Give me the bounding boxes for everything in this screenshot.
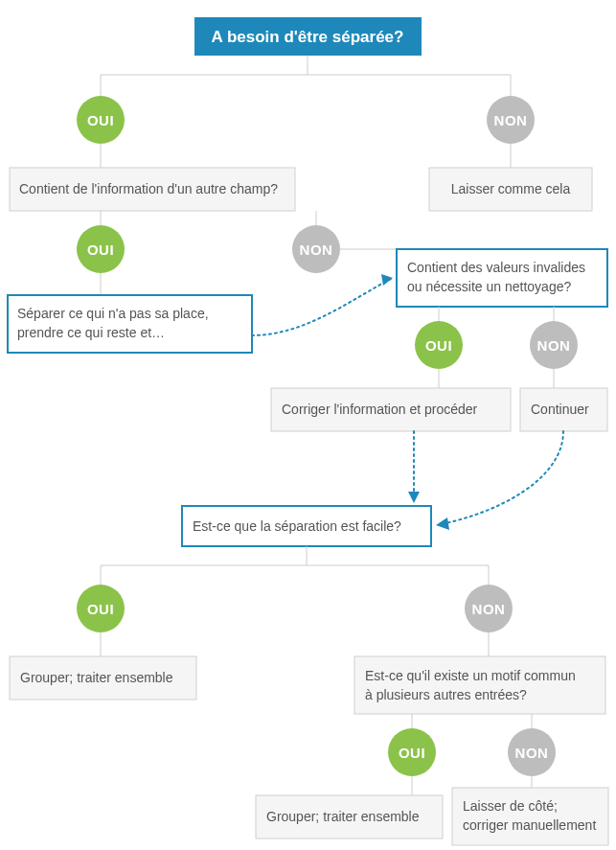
node-common-motif (354, 656, 605, 714)
dotted-connector-separate-to-invalid (252, 278, 393, 335)
decision-yes-4-label: OUI (87, 601, 114, 617)
decision-yes-1-label: OUI (87, 112, 114, 128)
node-common-motif-label-2: à plusieurs autres entrées? (365, 687, 527, 702)
node-separate (8, 295, 252, 353)
node-easy-separation-label: Est-ce que la séparation est facile? (193, 518, 401, 534)
decision-no-5-label: NON (515, 745, 549, 761)
dotted-connector-continue-to-easy (441, 431, 563, 524)
decision-yes-2-label: OUI (87, 241, 114, 258)
node-separate-label-1: Séparer ce qui n'a pas sa place, (17, 306, 209, 321)
node-common-motif-label-1: Est-ce qu'il existe un motif commun (365, 668, 576, 683)
node-set-aside-label-1: Laisser de côté; (463, 798, 558, 814)
arrowhead-icon (408, 492, 420, 503)
decision-yes-3-label: OUI (425, 337, 452, 354)
node-group-2-label: Grouper; traiter ensemble (266, 809, 420, 824)
decision-yes-5-label: OUI (399, 745, 425, 761)
node-set-aside-label-2: corriger manuellement (463, 817, 596, 833)
node-invalid-values-label-2: ou nécessite un nettoyage? (407, 279, 571, 294)
node-other-field-label: Contient de l'information d'un autre cha… (19, 181, 278, 196)
flowchart-canvas: A besoin d'être séparée? OUI NON Contien… (0, 0, 616, 850)
decision-no-1-label: NON (494, 112, 528, 128)
node-correct-proceed-label: Corriger l'information et procéder (282, 402, 478, 417)
decision-no-4-label: NON (472, 601, 506, 617)
root-node-label: A besoin d'être séparée? (212, 28, 404, 46)
node-group-1-label: Grouper; traiter ensemble (20, 670, 173, 685)
node-continue-label: Continuer (531, 402, 589, 417)
decision-no-2-label: NON (300, 241, 333, 258)
decision-no-3-label: NON (537, 337, 571, 354)
node-invalid-values-label-1: Contient des valeurs invalides (407, 260, 585, 275)
node-set-aside (452, 788, 608, 845)
arrowhead-icon (436, 517, 449, 530)
node-separate-label-2: prendre ce qui reste et… (17, 325, 165, 340)
node-invalid-values (397, 249, 607, 307)
node-leave-as-is-label: Laisser comme cela (451, 181, 571, 196)
